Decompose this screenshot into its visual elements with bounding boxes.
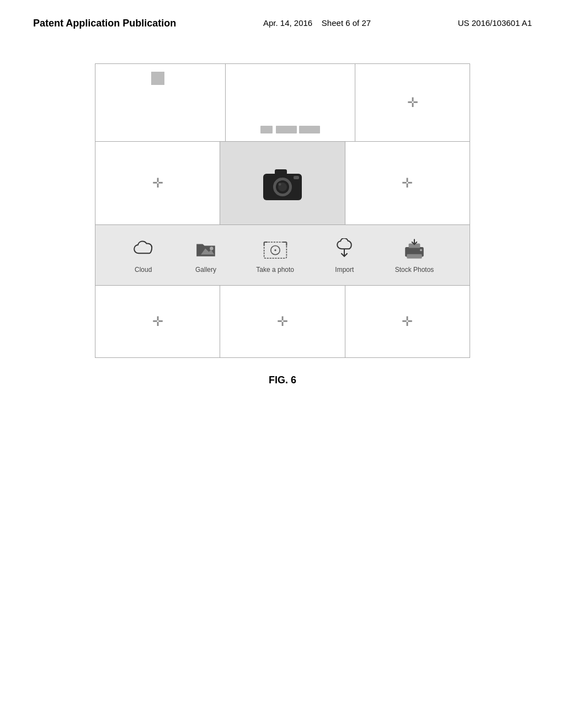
cell-2-2-camera[interactable]	[220, 142, 345, 224]
cell-1-3: ✛	[355, 64, 470, 141]
image-placeholder-sm	[151, 72, 164, 85]
row-3: ✛ ✛ ✛	[95, 286, 470, 357]
move-icon-4: ✛	[152, 315, 163, 328]
import-icon	[332, 237, 356, 261]
svg-rect-5	[275, 169, 287, 175]
btn-3	[299, 126, 320, 133]
cloud-label: Cloud	[135, 266, 152, 274]
toolbar-row: Cloud Gallery	[95, 225, 470, 286]
figure-caption: FIG. 6	[0, 374, 565, 408]
svg-point-21	[420, 249, 422, 251]
stock-photos-icon	[402, 237, 427, 261]
cell-2-3: ✛	[345, 142, 470, 224]
main-content: ✛ ✛	[0, 41, 565, 358]
toolbar-item-cloud[interactable]: Cloud	[131, 237, 156, 274]
sheet-info: Apr. 14, 2016 Sheet 6 of 27	[263, 17, 371, 30]
stock-photos-label: Stock Photos	[395, 266, 434, 274]
take-a-photo-label: Take a photo	[256, 266, 294, 274]
cell-3-3: ✛	[345, 286, 470, 357]
svg-rect-6	[294, 176, 299, 179]
camera-svg-icon	[260, 161, 305, 205]
left-btns	[260, 126, 297, 133]
cell-1-2	[226, 64, 356, 141]
date: Apr. 14, 2016	[263, 18, 312, 28]
row-1: ✛	[95, 64, 470, 142]
diagram-container: ✛ ✛	[95, 63, 470, 358]
patent-title: Patent Application Publication	[33, 17, 176, 30]
move-icon-2: ✛	[152, 176, 163, 190]
sheet: Sheet 6 of 27	[322, 18, 371, 28]
gallery-label: Gallery	[195, 266, 216, 274]
patent-number: US 2016/103601 A1	[458, 17, 532, 30]
cloud-icon	[131, 237, 156, 261]
take-a-photo-icon	[263, 237, 287, 261]
cell-1-1	[95, 64, 226, 141]
toolbar-item-gallery[interactable]: Gallery	[194, 237, 218, 274]
toolbar-item-take-a-photo[interactable]: Take a photo	[256, 237, 294, 274]
move-icon-1: ✛	[407, 96, 418, 109]
move-icon-3: ✛	[402, 176, 413, 190]
page-header: Patent Application Publication Apr. 14, …	[0, 0, 565, 41]
cell-2-1: ✛	[95, 142, 220, 224]
btn-2	[276, 126, 297, 133]
camera-icon-wrap	[220, 142, 344, 224]
move-icon-6: ✛	[402, 315, 413, 328]
import-label: Import	[335, 266, 354, 274]
svg-point-11	[274, 249, 276, 251]
move-icon-5: ✛	[277, 315, 288, 328]
bottom-buttons	[260, 120, 320, 133]
row-2: ✛	[95, 142, 470, 225]
content-header	[151, 72, 169, 85]
btn-1	[260, 126, 273, 133]
cell-3-2: ✛	[220, 286, 345, 357]
toolbar-item-import[interactable]: Import	[332, 237, 356, 274]
cell-3-1: ✛	[95, 286, 220, 357]
svg-rect-19	[407, 254, 422, 258]
toolbar-item-stock-photos[interactable]: Stock Photos	[395, 237, 434, 274]
svg-point-8	[210, 247, 213, 250]
svg-point-4	[278, 183, 281, 186]
gallery-icon	[194, 237, 218, 261]
